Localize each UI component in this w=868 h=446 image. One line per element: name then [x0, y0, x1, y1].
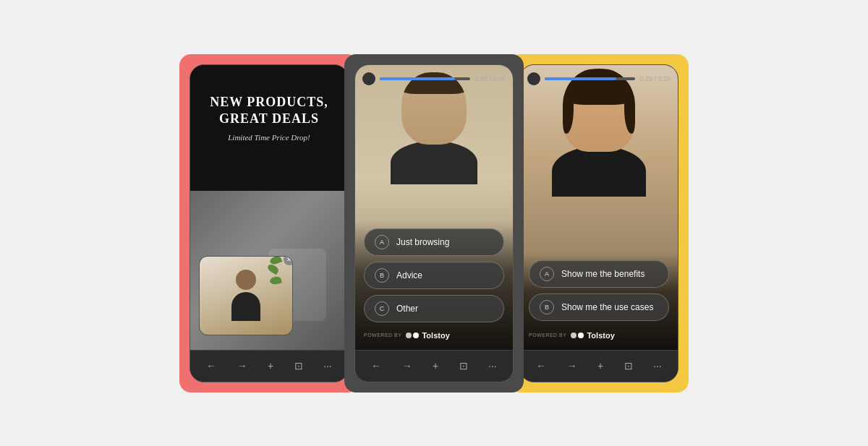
- phone2-screen: 0:05 / 0:06 A Just browsing B Advice: [355, 65, 513, 350]
- person-silhouette: [231, 270, 260, 321]
- video-inner: [200, 257, 292, 335]
- phone3-screen: 0:23 / 0:29 A Show me the benefits B Sho…: [520, 65, 678, 350]
- dot3-1: [571, 333, 576, 338]
- progress-time3: 0:23 / 0:29: [639, 75, 671, 82]
- ad-background: NEW PRODUCTS, GREAT DEALS Limited Time P…: [190, 65, 348, 350]
- nav-grid3[interactable]: ⊡: [624, 360, 633, 372]
- tolstoy-brand: Tolstoy: [422, 331, 449, 340]
- face-body: [391, 141, 477, 184]
- option-c-text: Other: [396, 304, 418, 314]
- nav-more[interactable]: ···: [323, 360, 332, 372]
- phone3-nav: ← → + ⊡ ···: [520, 350, 678, 382]
- ad-headline: NEW PRODUCTS, GREAT DEALS: [205, 94, 333, 128]
- nav-back[interactable]: ←: [206, 360, 216, 372]
- face3-hair-left: [563, 83, 574, 134]
- plant-decoration: [265, 257, 286, 300]
- powered-text3: POWERED BY: [529, 333, 566, 338]
- close-button[interactable]: ✕: [284, 256, 293, 265]
- quiz-background: 0:05 / 0:06 A Just browsing B Advice: [355, 65, 513, 350]
- option-b-letter: B: [375, 268, 389, 283]
- nav-more3[interactable]: ···: [653, 360, 662, 372]
- option-c[interactable]: C Other: [364, 295, 504, 322]
- option-b-text: Advice: [396, 270, 422, 280]
- card2-wrapper: 0:05 / 0:06 A Just browsing B Advice: [344, 54, 524, 393]
- nav-add[interactable]: +: [268, 360, 273, 372]
- option-b3[interactable]: B Show me the use cases: [529, 293, 669, 321]
- progress-fill3: [545, 77, 616, 80]
- video-overlay: ✕: [199, 256, 293, 335]
- card1-wrapper: NEW PRODUCTS, GREAT DEALS Limited Time P…: [179, 54, 359, 393]
- face3-hair-right: [624, 83, 635, 134]
- progress-time: 0:05 / 0:06: [475, 75, 506, 82]
- person-body: [231, 292, 260, 321]
- tolstoy-dots: [406, 333, 419, 338]
- progress-bar-area3: 0:23 / 0:29: [527, 72, 671, 85]
- phone2-nav: ← → + ⊡ ···: [355, 350, 513, 382]
- dot3-2: [578, 333, 584, 338]
- nav-back2[interactable]: ←: [371, 360, 381, 372]
- nav-more2[interactable]: ···: [488, 360, 497, 372]
- leaf2: [266, 262, 280, 275]
- phone1: NEW PRODUCTS, GREAT DEALS Limited Time P…: [190, 64, 349, 382]
- tolstoy-logo-small: [362, 72, 375, 85]
- option-a3-letter: A: [540, 267, 554, 281]
- nav-forward[interactable]: →: [237, 360, 247, 372]
- progress-bar-area: 0:05 / 0:06: [362, 72, 506, 85]
- powered-text: POWERED BY: [364, 333, 401, 338]
- option-b3-letter: B: [540, 300, 554, 314]
- ad-subtext: Limited Time Price Drop!: [205, 133, 333, 142]
- face3-container: [552, 69, 646, 197]
- progress-track: [380, 77, 470, 80]
- nav-grid2[interactable]: ⊡: [459, 360, 468, 372]
- nav-add3[interactable]: +: [597, 360, 603, 372]
- phone1-screen: NEW PRODUCTS, GREAT DEALS Limited Time P…: [190, 65, 348, 350]
- option-b3-text: Show me the use cases: [561, 302, 653, 312]
- option-c-letter: C: [375, 301, 389, 316]
- leaf3: [269, 275, 281, 285]
- nav-forward2[interactable]: →: [402, 360, 412, 372]
- progress-track3: [545, 77, 635, 80]
- dot2: [413, 333, 419, 338]
- option-a[interactable]: A Just browsing: [364, 228, 504, 256]
- nav-forward3[interactable]: →: [567, 360, 577, 372]
- nav-add2[interactable]: +: [433, 360, 438, 372]
- person-head: [236, 270, 256, 290]
- tolstoy-brand3: Tolstoy: [587, 331, 614, 340]
- powered-by3: POWERED BY Tolstoy: [529, 327, 669, 340]
- option-a-letter: A: [375, 235, 389, 249]
- progress-fill: [380, 77, 455, 80]
- product-background: ✕: [190, 191, 348, 350]
- options-area3: A Show me the benefits B Show me the use…: [520, 253, 678, 350]
- face-container: [391, 72, 477, 184]
- option-b[interactable]: B Advice: [364, 262, 504, 289]
- option-a3-text: Show me the benefits: [561, 269, 644, 279]
- phone2: 0:05 / 0:06 A Just browsing B Advice: [354, 64, 514, 382]
- phone1-nav: ← → + ⊡ ···: [190, 350, 348, 382]
- tolstoy-dots3: [571, 333, 584, 338]
- nav-back3[interactable]: ←: [536, 360, 546, 372]
- phone3: 0:23 / 0:29 A Show me the benefits B Sho…: [519, 64, 678, 382]
- nav-grid[interactable]: ⊡: [294, 360, 303, 372]
- dot1: [406, 333, 412, 338]
- options-area: A Just browsing B Advice C Other POWER: [355, 221, 513, 350]
- ad-text-area: NEW PRODUCTS, GREAT DEALS Limited Time P…: [190, 65, 348, 157]
- option-a-text: Just browsing: [396, 237, 449, 247]
- powered-by: POWERED BY Tolstoy: [364, 328, 504, 340]
- main-container: NEW PRODUCTS, GREAT DEALS Limited Time P…: [150, 33, 718, 414]
- card3-wrapper: 0:23 / 0:29 A Show me the benefits B Sho…: [509, 54, 689, 393]
- face3-body: [552, 146, 646, 197]
- option-a3[interactable]: A Show me the benefits: [529, 260, 669, 288]
- tolstoy-logo-small3: [527, 72, 540, 85]
- benefits-background: 0:23 / 0:29 A Show me the benefits B Sho…: [520, 65, 678, 350]
